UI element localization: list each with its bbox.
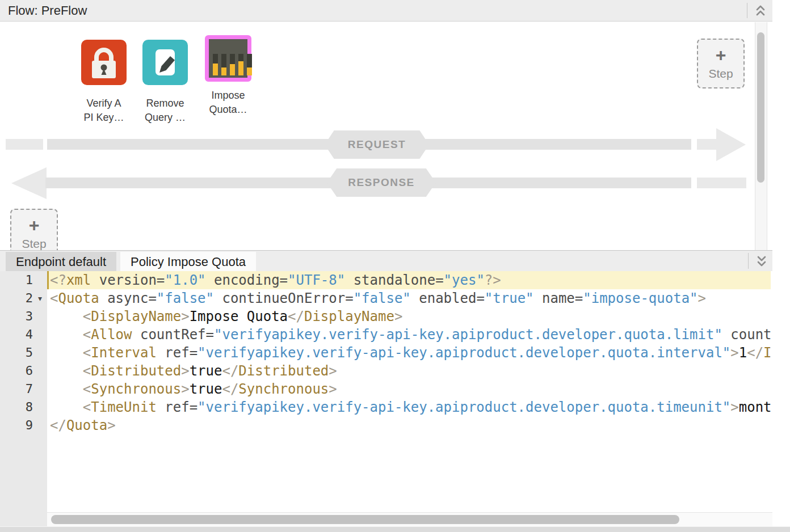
policy-remove-query-param[interactable]: Remove Query … (134, 40, 196, 125)
line-number: 4 (0, 326, 33, 344)
response-arrowhead-icon (11, 167, 47, 199)
fold-spacer (33, 398, 47, 416)
quota-bars (213, 54, 252, 75)
pencil-icon (142, 40, 188, 85)
line-number: 2 (0, 289, 33, 307)
line-number: 3 (0, 307, 33, 326)
fold-spacer (33, 344, 47, 362)
line-number: 6 (0, 362, 33, 380)
request-bar-stub-left (6, 139, 43, 150)
flow-collapse-button[interactable] (751, 2, 770, 20)
double-chevron-up-icon (754, 4, 767, 18)
policy-label: Verify A PI Key… (83, 96, 124, 125)
double-chevron-down-icon (755, 254, 768, 268)
code-text[interactable]: <DisplayName>Impose Quota</DisplayName> (47, 307, 790, 326)
app-window: Flow: PreFlow Verify A PI Key… (0, 0, 790, 532)
quota-bars-icon (205, 35, 251, 82)
fold-spacer (33, 326, 47, 344)
line-number: 5 (0, 344, 33, 362)
code-line-9[interactable]: 9</Quota> (0, 416, 790, 434)
code-editor[interactable]: 1<?xml version="1.0" encoding="UTF-8" st… (0, 271, 790, 512)
editor-horizontal-scrollbar[interactable] (47, 512, 772, 526)
code-line-5[interactable]: 5 <Interval ref="verifyapikey.verify-api… (0, 344, 790, 362)
code-text[interactable]: <Quota async="false" continueOnError="fa… (47, 289, 790, 307)
request-arrowhead-icon (716, 128, 746, 161)
line-number: 8 (0, 398, 33, 416)
flow-scrollbar-thumb[interactable] (757, 32, 764, 183)
add-step-button-request[interactable]: + Step (697, 39, 745, 88)
code-line-7[interactable]: 7 <Synchronous>true</Synchronous> (0, 380, 790, 398)
code-line-1[interactable]: 1<?xml version="1.0" encoding="UTF-8" st… (0, 271, 790, 289)
plus-icon: + (716, 47, 726, 63)
editor-panel: Endpoint default Policy Impose Quota 1<?… (0, 250, 790, 526)
tab-bar-divider (748, 253, 749, 269)
fold-toggle-icon[interactable]: ▾ (33, 289, 47, 307)
fold-spacer (33, 271, 47, 289)
policy-verify-api-key[interactable]: Verify A PI Key… (73, 40, 135, 125)
window-bottom-edge (0, 526, 790, 532)
line-number: 7 (0, 380, 33, 398)
flow-vertical-scrollbar[interactable] (755, 22, 767, 250)
response-bar-stub-right (697, 178, 746, 188)
code-text[interactable]: <Synchronous>true</Synchronous> (47, 380, 790, 398)
header-divider (747, 3, 747, 18)
code-line-6[interactable]: 6 <Distributed>true</Distributed> (0, 362, 790, 380)
code-text[interactable]: </Quota> (47, 416, 790, 434)
code-lines: 1<?xml version="1.0" encoding="UTF-8" st… (0, 271, 790, 434)
code-line-3[interactable]: 3 <DisplayName>Impose Quota</DisplayName… (0, 307, 790, 326)
code-text[interactable]: <Allow countRef="verifyapikey.verify-api… (47, 326, 790, 344)
line-number: 9 (0, 416, 33, 434)
plus-icon: + (29, 217, 40, 233)
code-line-4[interactable]: 4 <Allow countRef="verifyapikey.verify-a… (0, 326, 790, 344)
code-line-8[interactable]: 8 <TimeUnit ref="verifyapikey.verify-api… (0, 398, 790, 416)
code-text[interactable]: <TimeUnit ref="verifyapikey.verify-api-k… (47, 398, 790, 416)
flow-canvas: Verify A PI Key… Remove Query … (0, 22, 772, 250)
flow-header: Flow: PreFlow (0, 0, 772, 22)
fold-spacer (33, 362, 47, 380)
editor-tab-bar: Endpoint default Policy Impose Quota (0, 250, 772, 271)
policy-label: Impose Quota… (209, 88, 247, 117)
policy-label: Remove Query … (145, 96, 186, 125)
response-badge: RESPONSE (327, 168, 436, 197)
editor-collapse-button[interactable] (753, 252, 771, 270)
code-text[interactable]: <Interval ref="verifyapikey.verify-api-k… (47, 344, 790, 362)
flow-title: Flow: PreFlow (8, 3, 87, 18)
request-badge: REQUEST (325, 130, 429, 159)
tab-endpoint-default[interactable]: Endpoint default (6, 252, 116, 272)
line-number: 1 (0, 271, 33, 289)
policy-impose-quota[interactable]: Impose Quota… (197, 35, 259, 117)
tab-policy-impose-quota[interactable]: Policy Impose Quota (120, 252, 256, 272)
code-text[interactable]: <?xml version="1.0" encoding="UTF-8" sta… (47, 271, 790, 289)
fold-spacer (33, 416, 47, 434)
fold-spacer (33, 380, 47, 398)
editor-scrollbar-thumb[interactable] (51, 515, 679, 524)
lock-icon (81, 40, 127, 85)
code-text[interactable]: <Distributed>true</Distributed> (47, 362, 790, 380)
fold-spacer (33, 307, 47, 326)
code-line-2[interactable]: 2▾<Quota async="false" continueOnError="… (0, 289, 790, 307)
